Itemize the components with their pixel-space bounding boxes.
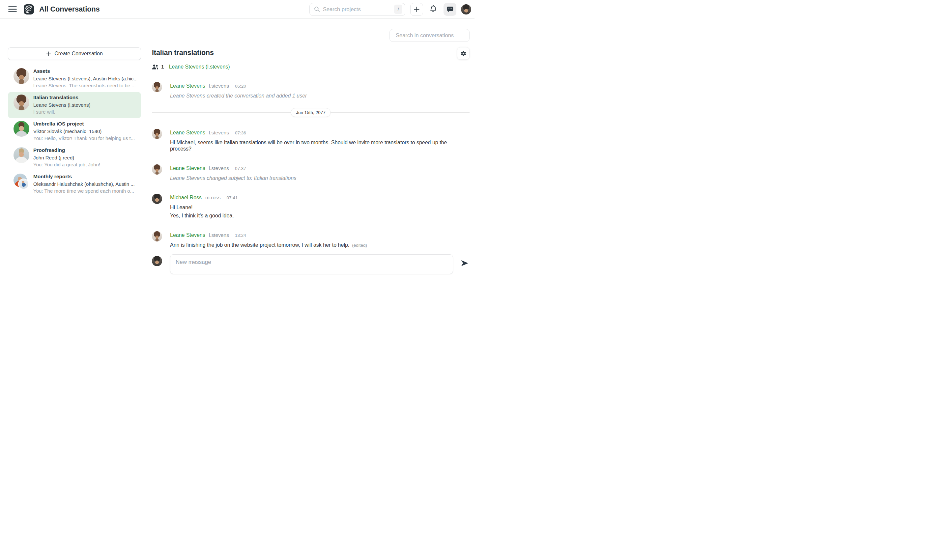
participants-row[interactable]: 1 Leane Stevens (l.stevens) (152, 64, 470, 70)
conversation-avatar (14, 68, 29, 84)
edited-label: (edited) (352, 243, 367, 248)
search-projects-input[interactable] (323, 6, 394, 12)
message-time: 07:37 (235, 166, 246, 171)
top-bar: All Conversations / (0, 0, 474, 19)
message-avatar (152, 194, 162, 204)
participants-count: 1 (161, 64, 164, 70)
message: Leane Stevens l.stevens 06:20 Leane Stev… (152, 83, 470, 99)
message-time: 13:24 (235, 233, 246, 238)
create-conversation-button[interactable]: Create Conversation (8, 48, 141, 60)
message: Michael Ross m.ross 07:41 Hi Leane! Yes,… (152, 195, 470, 219)
composer-avatar (152, 256, 162, 266)
message-author-link[interactable]: Leane Stevens (170, 130, 205, 136)
message-author-link[interactable]: Michael Ross (170, 195, 202, 201)
conversation-list-panel: Create Conversation Assets Leane Stevens… (8, 48, 141, 197)
conversation-settings-button[interactable] (457, 47, 470, 60)
message-text: Yes, I think it's a good idea. (170, 212, 470, 219)
message-time: 06:20 (235, 84, 246, 89)
conversation-title: Umbrella iOS project (33, 121, 137, 127)
hamburger-menu-icon[interactable] (8, 5, 17, 14)
conversation-preview: You: You did a great job, John! (33, 161, 137, 168)
date-divider-label: Jun 15th, 2077 (291, 108, 331, 117)
message-username: l.stevens (209, 130, 229, 136)
message-username: l.stevens (209, 83, 229, 89)
conversation-members: Viktor Slovák (mechanic_1540) (33, 128, 137, 135)
user-avatar[interactable] (461, 4, 471, 14)
create-conversation-label: Create Conversation (54, 51, 103, 57)
conversation-list-item-monthly-reports[interactable]: Monthly reports Oleksandr Halushchak (oh… (8, 171, 141, 197)
conversation-title: Italian translations (33, 95, 137, 100)
search-in-conversations-input[interactable] (396, 32, 465, 38)
bell-icon (429, 5, 437, 14)
message-username: m.ross (205, 195, 221, 201)
message-composer (152, 254, 470, 274)
notifications-button[interactable] (428, 3, 438, 16)
app-window: All Conversations / (0, 0, 474, 280)
send-icon (460, 259, 469, 268)
members-icon (152, 64, 159, 69)
message-avatar (152, 129, 162, 139)
conversation-members: Leane Stevens (l.stevens) (33, 102, 137, 108)
message-avatar (152, 231, 162, 242)
conversation-members: Leane Stevens (l.stevens), Austin Hicks … (33, 75, 137, 82)
conversation-list-item-assets[interactable]: Assets Leane Stevens (l.stevens), Austin… (8, 66, 141, 92)
conversation-avatar (14, 121, 29, 137)
message-text: Ann is finishing the job on the website … (170, 242, 349, 248)
conversation-avatar (14, 147, 29, 163)
plus-icon (46, 51, 51, 56)
message-author-link[interactable]: Leane Stevens (170, 232, 205, 238)
conversation-title: Proofreading (33, 147, 137, 153)
message-avatar (152, 82, 162, 92)
search-icon (314, 6, 320, 12)
page-title: All Conversations (39, 5, 100, 14)
conversation-preview: I sure will. (33, 108, 137, 115)
conversation-list-item-proofreading[interactable]: Proofreading John Reed (j.reed) You: You… (8, 145, 141, 171)
projects-search-box: / (310, 3, 405, 16)
conversation-heading: Italian translations (152, 49, 470, 57)
conversation-title: Assets (33, 68, 137, 74)
chat-bubble-icon (447, 6, 454, 13)
conversations-button-active[interactable] (444, 3, 456, 16)
conversation-preview: You: Hello, Viktor! Thank You for helpin… (33, 135, 137, 142)
message-author-link[interactable]: Leane Stevens (170, 165, 205, 171)
message-author-link[interactable]: Leane Stevens (170, 83, 205, 89)
message-username: l.stevens (209, 165, 229, 171)
conversation-list: Assets Leane Stevens (l.stevens), Austin… (8, 66, 141, 197)
message: Leane Stevens l.stevens 07:37 Leane Stev… (152, 165, 470, 181)
plus-icon (414, 6, 419, 12)
conversation-avatar (14, 95, 29, 110)
message-list: Leane Stevens l.stevens 06:20 Leane Stev… (152, 83, 470, 248)
conversation-pane: Italian translations 1 Leane Stevens (l.… (152, 49, 470, 262)
message-text: Hi Michael, seems like Italian translati… (170, 139, 470, 152)
search-shortcut-badge: / (394, 5, 402, 14)
new-message-input[interactable] (170, 254, 453, 274)
message-text: Hi Leane! (170, 204, 470, 211)
participants-names-link[interactable]: Leane Stevens (l.stevens) (169, 64, 230, 70)
message: Leane Stevens l.stevens 13:24 Ann is fin… (152, 232, 470, 248)
message-time: 07:41 (227, 195, 238, 200)
system-message-text: Leane Stevens changed subject to: Italia… (170, 175, 470, 181)
send-button[interactable] (460, 258, 470, 268)
conversation-list-item-umbrella-ios-project[interactable]: Umbrella iOS project Viktor Slovák (mech… (8, 118, 141, 145)
app-logo-icon (24, 4, 34, 14)
conversation-members: John Reed (j.reed) (33, 154, 137, 161)
message-avatar (152, 165, 162, 175)
date-divider: Jun 15th, 2077 (152, 112, 470, 113)
message: Leane Stevens l.stevens 07:36 Hi Michael… (152, 130, 470, 152)
conversation-list-item-italian-translations-selected[interactable]: Italian translations Leane Stevens (l.st… (8, 92, 141, 118)
gear-icon (460, 51, 467, 57)
message-username: l.stevens (209, 232, 229, 238)
message-time: 07:36 (235, 131, 246, 135)
conversation-avatar (18, 178, 29, 189)
conversation-members: Oleksandr Halushchak (ohalushcha), Austi… (33, 180, 137, 188)
conversation-preview: You: The more time we spend each month o… (33, 188, 137, 194)
conversation-title: Monthly reports (33, 174, 137, 180)
conversation-avatar-group (14, 174, 29, 189)
conversation-search-box (390, 29, 470, 42)
conversation-preview: Leane Stevens: The screenshots need to b… (33, 82, 137, 89)
new-item-button[interactable] (410, 3, 423, 16)
system-message-text: Leane Stevens created the conversation a… (170, 92, 470, 99)
